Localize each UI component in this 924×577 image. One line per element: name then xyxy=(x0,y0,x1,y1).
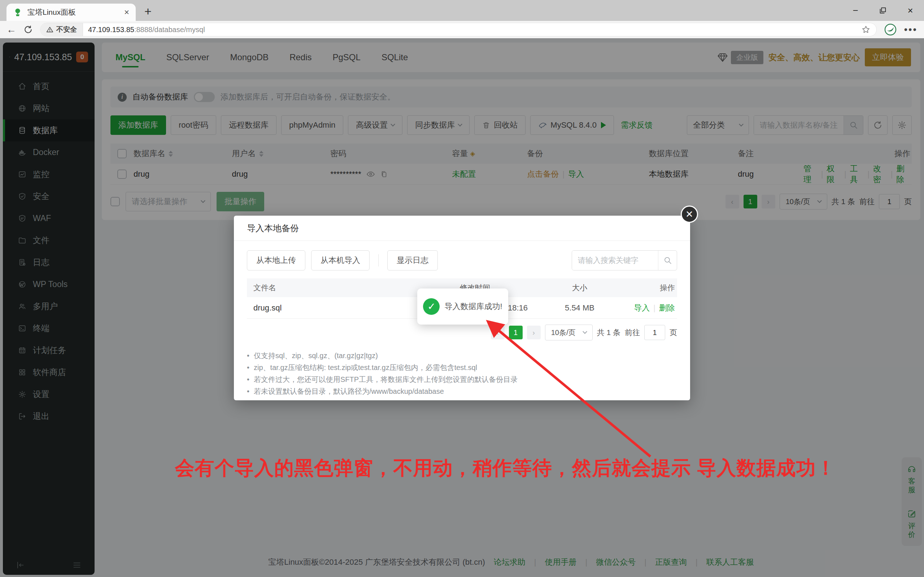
security-chip[interactable]: 不安全 xyxy=(40,23,83,36)
close-window-icon[interactable]: × xyxy=(897,0,924,21)
baota-favicon-icon xyxy=(13,8,23,17)
bookmark-star-icon[interactable] xyxy=(861,25,871,34)
modal-toolbar: 从本地上传 从本机导入 显示日志 xyxy=(247,250,677,271)
current-page[interactable]: 1 xyxy=(509,326,523,339)
modal-notes: 仅支持sql、zip、sql.gz、(tar.gz|gz|tgz) zip、ta… xyxy=(247,350,677,397)
browser-tab-strip: 宝塔Linux面板 × + − × xyxy=(0,0,924,21)
goto-page-input[interactable] xyxy=(644,325,665,340)
note-line: 若文件过大，您还可以使用SFTP工具，将数据库文件上传到您设置的默认备份目录 xyxy=(247,374,677,385)
import-from-machine-button[interactable]: 从本机导入 xyxy=(311,250,370,271)
modal-close-icon[interactable]: ✕ xyxy=(681,206,698,223)
restore-icon[interactable] xyxy=(869,0,897,21)
warning-icon xyxy=(46,26,53,33)
show-log-button[interactable]: 显示日志 xyxy=(387,250,438,271)
url-path: :8888/database/mysql xyxy=(134,26,205,34)
modal-search xyxy=(572,250,677,271)
tab-title: 宝塔Linux面板 xyxy=(27,7,119,17)
security-label: 不安全 xyxy=(56,25,77,34)
page-unit: 页 xyxy=(670,327,677,338)
note-line: 若未设置默认备份目录，默认路径为/www/backup/database xyxy=(247,385,677,397)
success-check-icon: ✓ xyxy=(423,298,439,315)
browser-menu-icon[interactable]: ••• xyxy=(904,25,918,35)
url-host: 47.109.153.85 xyxy=(88,26,134,34)
next-page-button[interactable]: › xyxy=(527,326,541,339)
browser-avatar[interactable] xyxy=(884,23,897,36)
search-icon[interactable] xyxy=(658,251,677,270)
total-count: 共 1 条 xyxy=(597,327,620,338)
url-text: 47.109.153.85:8888/database/mysql xyxy=(88,26,205,34)
upload-local-button[interactable]: 从本地上传 xyxy=(247,250,305,271)
note-line: 仅支持sql、zip、sql.gz、(tar.gz|gz|tgz) xyxy=(247,350,677,362)
backup-size: 5.54 MB xyxy=(536,303,623,313)
annotation-text: 会有个导入的黑色弹窗，不用动，稍作等待，然后就会提示 导入数据成功！ xyxy=(87,455,924,482)
modal-title: 导入本地备份 xyxy=(234,216,690,241)
backup-file-name: drug.sql xyxy=(247,303,414,313)
page-size-select[interactable]: 10条/页 xyxy=(545,324,593,340)
goto-label: 前往 xyxy=(625,327,640,338)
backup-delete-link[interactable]: 删除 xyxy=(659,303,675,313)
browser-tab[interactable]: 宝塔Linux面板 × xyxy=(6,3,136,21)
modal-search-input[interactable] xyxy=(572,251,658,270)
window-controls: − × xyxy=(842,0,924,21)
address-bar[interactable]: 不安全 47.109.153.85:8888/database/mysql xyxy=(40,23,877,36)
screen: 宝塔Linux面板 × + − × ← 不安全 47.109.153.85:88… xyxy=(0,0,924,577)
toast-message: 导入数据库成功! xyxy=(444,301,502,312)
new-tab-button[interactable]: + xyxy=(144,5,152,17)
back-icon[interactable]: ← xyxy=(6,25,16,35)
backup-import-link[interactable]: 导入 xyxy=(634,303,650,313)
browser-url-row: ← 不安全 47.109.153.85:8888/database/mysql … xyxy=(0,21,924,38)
success-toast: ✓ 导入数据库成功! xyxy=(417,288,508,324)
tab-close-icon[interactable]: × xyxy=(124,8,129,16)
note-line: zip、tar.gz压缩包结构: test.zip或test.tar.gz压缩包… xyxy=(247,362,677,374)
prev-page-button[interactable]: ‹ xyxy=(491,326,505,339)
reload-icon[interactable] xyxy=(23,25,33,34)
minimize-icon[interactable]: − xyxy=(842,0,869,21)
modal-pagination: ‹ 1 › 10条/页 共 1 条 前往 页 xyxy=(247,324,677,340)
